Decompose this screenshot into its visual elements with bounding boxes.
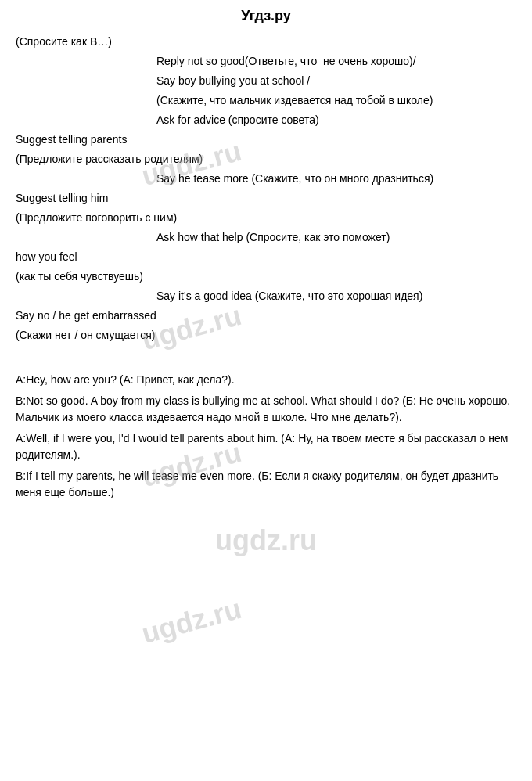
dialogue-line-1: A:Hey, how are you? (А: Привет, как дела… — [16, 372, 516, 388]
watermark-4: ugdz.ru — [138, 592, 245, 650]
line-7: (Предложите рассказать родителям) — [16, 151, 250, 167]
line-10: (Предложите поговорить с ним) — [16, 210, 250, 226]
line-9: Suggest telling him — [16, 190, 250, 207]
line-2: Reply not so good(Ответьте, что не очень… — [16, 53, 516, 70]
line-13: (как ты себя чувствуешь) — [16, 268, 250, 285]
bottom-watermark: ugdz.ru — [16, 524, 516, 557]
line-16: (Скажи нет / он смущается) — [16, 327, 250, 344]
line-4: (Скажите, что мальчик издевается над тоб… — [16, 92, 516, 109]
line-5: Ask for advice (спросите совета) — [16, 112, 516, 128]
line-1: (Спросите как В…) — [16, 34, 250, 50]
line-15: Say no / he get embarrassed — [16, 308, 250, 324]
line-3: Say boy bullying you at school / — [16, 73, 516, 89]
dialogue-line-2: B:Not so good. A boy from my class is bu… — [16, 393, 516, 426]
line-14: Say it's a good idea (Скажите, что это х… — [16, 288, 516, 304]
line-8: Say he tease more (Скажите, что он много… — [16, 171, 516, 187]
site-title: Угдз.ру — [16, 8, 516, 24]
line-6: Suggest telling parents — [16, 131, 250, 148]
line-12: how you feel — [16, 249, 250, 265]
dialogue-line-3: A:Well, if I were you, I'd I would tell … — [16, 430, 516, 463]
dialogue-line-4: B:If I tell my parents, he will tease me… — [16, 468, 516, 501]
line-11: Ask how that help (Спросите, как это пом… — [16, 229, 516, 246]
